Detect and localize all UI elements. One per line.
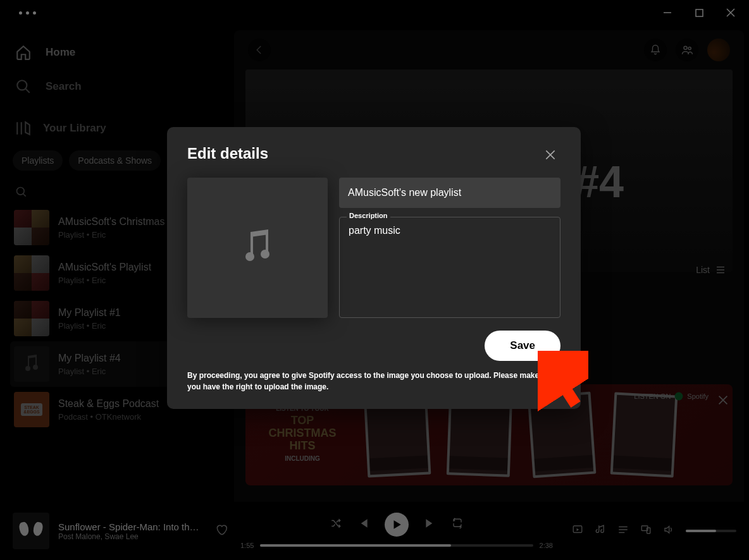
edit-details-modal: Edit details Description Save By proceed… <box>167 127 581 409</box>
annotation-arrow-icon <box>538 351 588 414</box>
description-label: Description <box>347 212 390 219</box>
modal-disclaimer: By proceeding, you agree to give Spotify… <box>187 370 560 393</box>
modal-title: Edit details <box>187 145 268 162</box>
playlist-name-input[interactable] <box>339 178 560 208</box>
modal-close-button[interactable] <box>540 145 560 165</box>
playlist-cover-upload[interactable] <box>187 178 328 318</box>
playlist-description-input[interactable] <box>339 217 560 318</box>
